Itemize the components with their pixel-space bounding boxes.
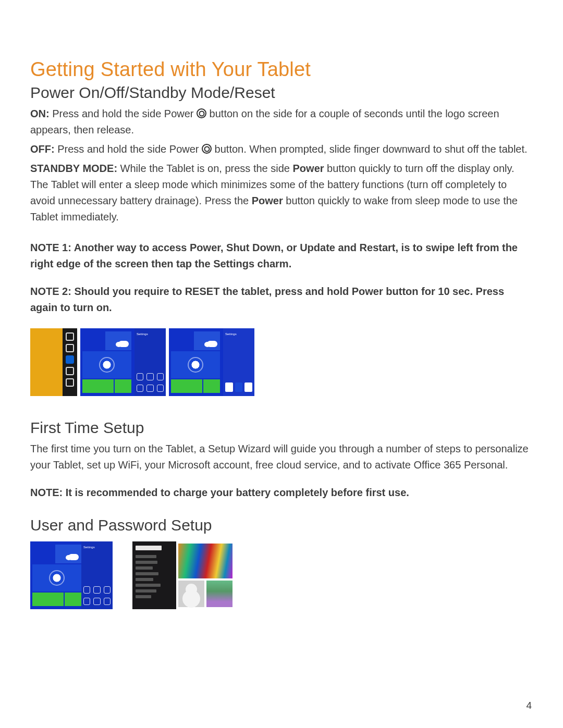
settings-icon [66,378,74,387]
section-heading-power: Power On/Off/Standby Mode/Reset [30,84,533,102]
lockscreen-thumb [206,581,232,607]
page-number: 4 [526,700,532,711]
section-heading-first-time: First Time Setup [30,419,533,437]
screenshot-settings-panel-2: Settings [169,328,254,396]
text-power-bold-2: Power [252,195,283,206]
screenshot-pc-settings [132,541,235,609]
paragraph-off: OFF: Press and hold the side Power butto… [30,141,533,157]
screenshot-settings-panel-1: Settings [80,328,166,396]
search-icon [66,332,74,341]
label-on: ON: [30,108,50,119]
label-standby: STANDBY MODE: [30,163,117,174]
paragraph-standby: STANDBY MODE: While the Tablet is on, pr… [30,161,533,225]
section-heading-user-password: User and Password Setup [30,516,533,534]
screenshot-charms-bar [30,328,77,396]
power-icon [202,144,212,154]
text-power-bold-1: Power [293,163,324,174]
paragraph-on: ON: Press and hold the side Power button… [30,106,533,138]
note-2: NOTE 2: Should you require to RESET the … [30,283,533,316]
note-charge: NOTE: It is recommended to charge your b… [30,485,533,501]
text-standby-a: While the Tablet is on, press the side [117,163,292,174]
paragraph-first-time: The first time you turn on the Tablet, a… [30,441,533,473]
figure-row-1: Settings Settings [30,328,533,396]
label-off: OFF: [30,143,55,155]
screenshot-start-settings: Settings [30,541,113,609]
devices-icon [66,367,74,375]
text-off-b: button. When prompted, slide finger down… [212,143,528,155]
personalize-stripes [178,544,232,578]
note-1: NOTE 1: Another way to access Power, Shu… [30,240,533,272]
page-title: Getting Started with Your Tablet [30,58,533,81]
start-icon [66,355,74,364]
text-off-a: Press and hold the side Power [55,143,202,155]
text-on-a: Press and hold the side Power [50,108,197,119]
pc-settings-sidebar [132,541,176,609]
share-icon [66,344,74,352]
power-icon [197,108,206,118]
avatar-icon [178,581,204,607]
figure-row-2: Settings [30,541,533,609]
